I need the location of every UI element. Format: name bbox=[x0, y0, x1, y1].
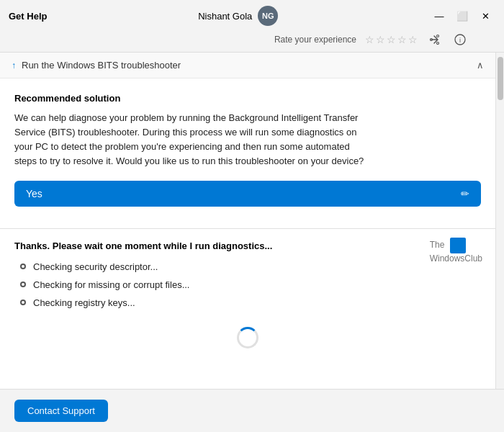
avatar: NG bbox=[258, 6, 278, 26]
maximize-button[interactable]: ⬜ bbox=[452, 6, 472, 26]
info-icon: i bbox=[454, 34, 466, 45]
window-controls: — ⬜ ✕ bbox=[429, 6, 495, 26]
star-2[interactable]: ☆ bbox=[376, 34, 385, 45]
rate-label: Rate your experience bbox=[274, 35, 356, 45]
sub-header: Rate your experience ☆ ☆ ☆ ☆ ☆ i bbox=[0, 29, 504, 52]
info-button[interactable]: i bbox=[451, 30, 469, 49]
star-rating[interactable]: ☆ ☆ ☆ ☆ ☆ bbox=[365, 34, 418, 45]
watermark-logo-icon bbox=[450, 238, 466, 253]
collapse-arrow-icon: ↑ bbox=[12, 60, 16, 71]
check-item-label: Checking security descriptor... bbox=[33, 261, 158, 272]
main-wrapper: ↑ Run the Windows BITS troubleshooter ∧ … bbox=[0, 52, 504, 419]
bullet-icon bbox=[20, 282, 26, 287]
diagnostics-section: Thanks. Please wait one moment while I r… bbox=[0, 240, 495, 367]
diagnostics-header: Thanks. Please wait one moment while I r… bbox=[14, 240, 481, 251]
watermark-line2: WindowsClub bbox=[430, 253, 482, 264]
minimize-button[interactable]: — bbox=[429, 6, 449, 26]
yes-label: Yes bbox=[26, 188, 42, 199]
share-icon bbox=[430, 34, 441, 45]
collapse-left: ↑ Run the Windows BITS troubleshooter bbox=[12, 60, 181, 71]
star-5[interactable]: ☆ bbox=[408, 34, 418, 45]
svg-point-0 bbox=[437, 35, 439, 37]
edit-icon: ✏ bbox=[461, 188, 469, 199]
close-button[interactable]: ✕ bbox=[475, 6, 495, 26]
header-icons: i bbox=[426, 30, 469, 49]
contact-support-button[interactable]: Contact Support bbox=[14, 400, 108, 422]
star-3[interactable]: ☆ bbox=[387, 34, 396, 45]
recommended-description: We can help diagnose your problem by run… bbox=[14, 111, 374, 169]
content-body: Recommended solution We can help diagnos… bbox=[0, 78, 495, 228]
svg-point-1 bbox=[437, 42, 439, 45]
watermark-line1: The bbox=[430, 240, 445, 250]
app-title: Get Help bbox=[9, 11, 47, 22]
check-item-label: Checking registry keys... bbox=[33, 297, 135, 308]
content-area: ↑ Run the Windows BITS troubleshooter ∧ … bbox=[0, 53, 495, 419]
share-button[interactable] bbox=[426, 30, 445, 49]
chevron-up-icon: ∧ bbox=[477, 60, 484, 71]
star-4[interactable]: ☆ bbox=[397, 34, 407, 45]
bullet-icon bbox=[20, 300, 26, 305]
check-item-label: Checking for missing or corrupt files... bbox=[33, 279, 189, 290]
list-item: Checking registry keys... bbox=[20, 297, 481, 308]
list-item: Checking security descriptor... bbox=[20, 261, 481, 272]
bottom-bar: Contact Support bbox=[0, 389, 504, 432]
scrollbar-track[interactable] bbox=[495, 53, 504, 419]
collapsed-section[interactable]: ↑ Run the Windows BITS troubleshooter ∧ bbox=[0, 53, 495, 78]
watermark: The WindowsClub bbox=[430, 238, 482, 265]
title-bar: Get Help Nishant Gola NG — ⬜ ✕ bbox=[0, 0, 504, 29]
divider bbox=[0, 228, 495, 229]
spinner-row bbox=[14, 320, 481, 360]
list-item: Checking for missing or corrupt files... bbox=[20, 279, 481, 290]
collapsed-section-label: Run the Windows BITS troubleshooter bbox=[22, 60, 181, 71]
yes-button[interactable]: Yes ✏ bbox=[14, 181, 481, 207]
check-list: Checking security descriptor... Checking… bbox=[20, 261, 481, 308]
star-1[interactable]: ☆ bbox=[365, 34, 374, 45]
scrollbar-thumb[interactable] bbox=[498, 57, 503, 100]
user-info: Nishant Gola NG bbox=[198, 6, 278, 26]
svg-text:i: i bbox=[459, 37, 461, 44]
bullet-icon bbox=[20, 264, 26, 269]
loading-spinner bbox=[237, 327, 258, 348]
recommended-title: Recommended solution bbox=[14, 93, 481, 104]
user-name-label: Nishant Gola bbox=[198, 11, 252, 22]
